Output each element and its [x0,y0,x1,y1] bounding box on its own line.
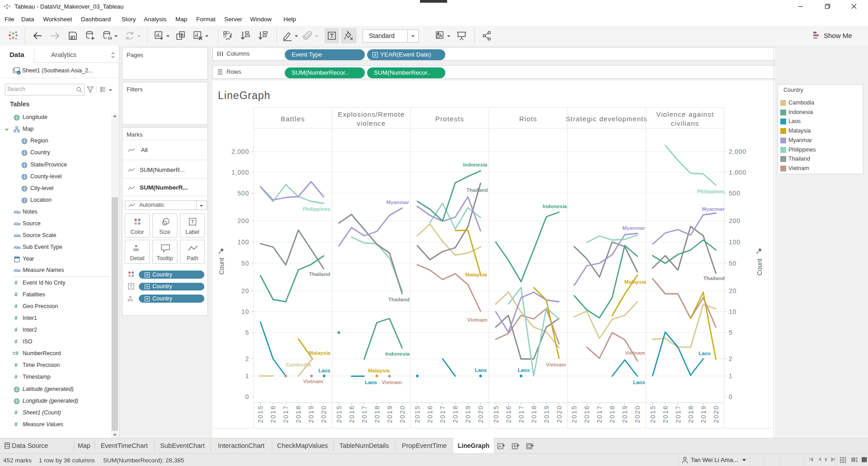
svg-text:Indonesia: Indonesia [385,351,410,357]
svg-text:2015: 2015 [492,405,500,423]
svg-text:2: 2 [245,355,249,362]
svg-text:100: 100 [237,238,249,246]
svg-text:2017: 2017 [675,405,682,423]
svg-text:2020: 2020 [712,405,720,423]
svg-text:0: 0 [245,393,249,400]
svg-text:Philippines: Philippines [697,189,725,194]
svg-text:2018: 2018 [687,405,694,423]
svg-text:2015: 2015 [571,405,578,423]
svg-text:200: 200 [237,217,249,224]
svg-text:2017: 2017 [439,405,446,423]
svg-text:Malaysia: Malaysia [624,279,646,285]
svg-text:Count: Count [218,258,225,275]
svg-text:5: 5 [245,329,249,336]
svg-text:2,000: 2,000 [729,148,746,155]
svg-text:Vietnam: Vietnam [625,350,645,356]
svg-text:Vietnam: Vietnam [546,362,566,367]
svg-text:Malaysia: Malaysia [465,272,487,277]
svg-text:Myanmar: Myanmar [623,225,646,231]
svg-text:2015: 2015 [414,405,421,423]
svg-text:Riots: Riots [519,115,537,123]
svg-text:1,000: 1,000 [231,169,249,176]
svg-text:LineGraph: LineGraph [218,90,270,101]
svg-text:Vietnam: Vietnam [467,317,487,323]
svg-text:50: 50 [729,260,736,267]
svg-text:Indonesia: Indonesia [542,204,567,209]
svg-text:2019: 2019 [621,405,628,423]
svg-text:2019: 2019 [307,405,315,423]
svg-text:50: 50 [241,260,249,267]
svg-text:2016: 2016 [348,405,355,423]
svg-text:2018: 2018 [609,405,616,423]
svg-text:2020: 2020 [399,405,406,423]
svg-text:2019: 2019 [700,405,707,423]
svg-text:2015: 2015 [335,405,343,423]
svg-text:Count: Count [756,259,763,276]
svg-text:2017: 2017 [518,405,525,423]
svg-text:Cambodia: Cambodia [286,362,311,367]
svg-text:Indonesia: Indonesia [463,162,487,167]
svg-text:2: 2 [729,355,733,362]
svg-text:Laos: Laos [633,380,645,385]
svg-text:2019: 2019 [386,405,393,423]
svg-text:200: 200 [729,217,741,224]
svg-text:2017: 2017 [361,405,368,423]
svg-text:1: 1 [729,372,733,380]
svg-text:Thailand: Thailand [309,271,330,277]
svg-text:Philippines: Philippines [303,206,330,212]
svg-text:500: 500 [729,190,741,197]
svg-text:2017: 2017 [596,405,603,423]
svg-text:2016: 2016 [662,405,669,423]
svg-text:10: 10 [241,308,249,315]
svg-text:2015: 2015 [257,405,264,423]
svg-text:500: 500 [237,190,249,197]
svg-text:Explosions/Remote: Explosions/Remote [338,110,405,118]
svg-text:10: 10 [729,308,736,315]
svg-text:2018: 2018 [530,405,538,423]
svg-text:2017: 2017 [282,405,289,423]
svg-text:Laos: Laos [365,380,377,385]
svg-text:Laos: Laos [698,351,711,356]
svg-text:Battles: Battles [281,115,305,123]
svg-text:2019: 2019 [464,405,472,423]
svg-text:2019: 2019 [543,405,550,423]
svg-text:2020: 2020 [477,405,484,423]
svg-text:2016: 2016 [269,405,277,423]
svg-text:Laos: Laos [318,368,330,373]
svg-text:1: 1 [245,372,249,380]
svg-text:20: 20 [729,287,736,295]
svg-text:5: 5 [729,329,733,336]
svg-text:Myanmar: Myanmar [387,200,410,205]
svg-text:Strategic developments: Strategic developments [566,115,647,123]
svg-text:Thailand: Thailand [703,276,725,281]
svg-text:20: 20 [241,287,249,295]
svg-text:0: 0 [729,393,733,400]
svg-text:Thailand: Thailand [467,187,488,193]
svg-text:Protests: Protests [435,115,464,123]
svg-text:1,000: 1,000 [729,169,746,176]
svg-text:Malaysia: Malaysia [368,368,390,373]
svg-text:Vietnam: Vietnam [303,379,323,384]
svg-text:civilians: civilians [671,119,699,127]
svg-text:2015: 2015 [649,405,656,423]
svg-text:2016: 2016 [583,405,590,423]
svg-text:2018: 2018 [373,405,381,423]
svg-text:2018: 2018 [452,405,459,423]
svg-text:Violence against: Violence against [656,110,714,118]
svg-text:Malaysia: Malaysia [309,350,331,356]
svg-text:Laos: Laos [518,367,530,373]
svg-text:violence: violence [357,119,386,127]
svg-text:2016: 2016 [505,405,512,423]
svg-text:Laos: Laos [475,367,487,373]
svg-text:2018: 2018 [295,405,302,423]
svg-text:Vietnam: Vietnam [382,380,402,385]
svg-text:100: 100 [729,238,741,246]
svg-text:2,000: 2,000 [231,148,249,155]
svg-text:2020: 2020 [556,405,563,423]
svg-text:2020: 2020 [320,405,327,423]
svg-text:2020: 2020 [634,405,641,423]
svg-text:Myanmar: Myanmar [702,206,725,212]
svg-text:2016: 2016 [426,405,434,423]
svg-text:Thailand: Thailand [388,297,410,302]
